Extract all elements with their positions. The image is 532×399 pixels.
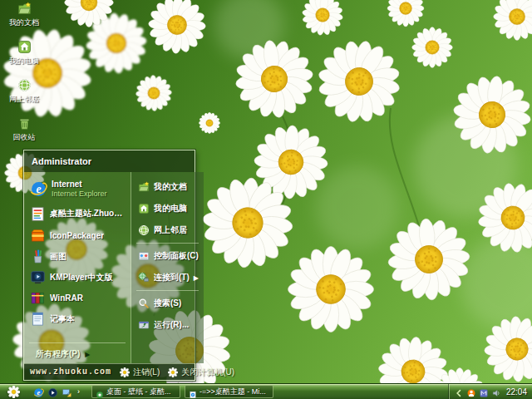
menu-item-my-computer[interactable]: 我的电脑 xyxy=(131,198,204,219)
menu-item-label: IconPackager xyxy=(50,231,104,241)
qq-icon[interactable] xyxy=(466,387,476,397)
menu-item-label: 桌酷主题站.ZhuoKu.Com xyxy=(50,209,127,219)
quick-launch-bar: e › xyxy=(27,387,85,397)
my-documents-icon xyxy=(17,2,32,16)
taskbar: e › 桌面 - 壁纸 - 桌酷... e -=>>桌酷主题 - Mi... 2… xyxy=(0,383,532,399)
kmplayer-icon xyxy=(30,269,46,285)
desktop-icon-column: 我的文档 我的电脑 网上邻居 回收站 xyxy=(0,2,48,155)
start-menu-left-column: e Internet Internet Explorer 桌酷主题站.ZhuoK… xyxy=(24,172,131,363)
control-panel-icon xyxy=(138,250,150,262)
menu-item-network-places[interactable]: 网上邻居 xyxy=(131,219,204,241)
menu-item-label: 记事本 xyxy=(50,314,75,324)
menu-item-label: 连接到(T) xyxy=(154,272,190,283)
svg-text:e: e xyxy=(192,392,194,397)
flower-icon xyxy=(168,367,178,377)
menu-item-label: 画图 xyxy=(50,252,66,262)
task-button-zhuoku-theme[interactable]: e -=>>桌酷主题 - Mi... xyxy=(185,385,273,398)
menu-item-connect-to[interactable]: 连接到(T) ▶ xyxy=(131,267,204,288)
menu-item-internet[interactable]: e Internet Internet Explorer xyxy=(24,175,131,202)
menu-item-run[interactable]: 运行(R)... xyxy=(131,314,204,336)
menu-item-search[interactable]: 搜索(S) xyxy=(131,293,204,314)
my-documents-icon xyxy=(138,181,150,193)
connect-to-icon xyxy=(138,272,150,283)
divider xyxy=(29,342,126,343)
ie-page-icon: e xyxy=(189,387,197,396)
turn-off-computer-button[interactable]: 关闭计算机(U) xyxy=(168,367,234,378)
task-button-label: 桌面 - 壁纸 - 桌酷... xyxy=(106,387,171,397)
recycle-bin-icon xyxy=(17,116,32,131)
all-programs-button[interactable]: 所有程序(P) ▶ xyxy=(24,345,131,363)
my-computer-icon xyxy=(138,203,150,214)
start-button[interactable] xyxy=(0,384,27,399)
zhuoku-shortcut-icon xyxy=(30,206,46,222)
hide-tray-icons-chevron[interactable] xyxy=(454,387,464,397)
start-menu-footer: www.zhuoku.com 注销(L) 关闭计算机(U) xyxy=(24,363,195,380)
winrar-icon xyxy=(30,290,46,306)
desktop: 我的文档 我的电脑 网上邻居 回收站 Administrator e Inter… xyxy=(0,0,532,399)
divider xyxy=(136,243,199,244)
paint-icon xyxy=(30,249,46,264)
run-icon xyxy=(138,319,150,331)
menu-item-sublabel: Internet Explorer xyxy=(52,190,107,198)
desktop-icon-my-computer[interactable]: 我的电脑 xyxy=(0,40,48,78)
start-menu-right-column: 我的文档 我的电脑 网上邻居 控制面板(C) 连接到(T) xyxy=(131,172,204,363)
turn-off-label: 关闭计算机(U) xyxy=(181,367,234,378)
desktop-icon-my-documents[interactable]: 我的文档 xyxy=(0,2,48,40)
start-menu-body: e Internet Internet Explorer 桌酷主题站.ZhuoK… xyxy=(24,172,195,363)
volume-icon[interactable] xyxy=(491,387,501,397)
start-menu: Administrator e Internet Internet Explor… xyxy=(23,150,195,381)
menu-item-label: WinRAR xyxy=(50,293,83,303)
show-desktop-icon[interactable] xyxy=(62,387,72,397)
desktop-icon-label: 我的电脑 xyxy=(9,56,39,66)
zhuoku-site-icon xyxy=(96,387,104,396)
all-programs-label: 所有程序(P) xyxy=(36,348,80,360)
zhuoku-watermark: www.zhuoku.com xyxy=(30,367,111,377)
msn-icon[interactable] xyxy=(479,387,489,397)
internet-explorer-icon[interactable]: e xyxy=(33,387,44,397)
submenu-arrow-icon: ▶ xyxy=(85,351,90,358)
flower-icon xyxy=(120,367,130,377)
internet-explorer-icon: e xyxy=(30,180,47,198)
network-places-icon xyxy=(138,224,150,236)
menu-item-kmplayer[interactable]: KMPlayer中文版 xyxy=(24,267,131,288)
menu-item-label: 搜索(S) xyxy=(154,298,200,309)
menu-item-my-documents[interactable]: 我的文档 xyxy=(131,176,204,198)
menu-item-control-panel[interactable]: 控制面板(C) xyxy=(131,245,204,267)
menu-item-label: 网上邻居 xyxy=(154,224,200,236)
clock[interactable]: 22:04 xyxy=(506,387,527,397)
user-name: Administrator xyxy=(32,156,91,166)
log-off-button[interactable]: 注销(L) xyxy=(120,367,160,378)
menu-item-label: 控制面板(C) xyxy=(154,250,200,262)
notepad-icon xyxy=(30,311,46,327)
menu-item-label: KMPlayer中文版 xyxy=(50,273,113,283)
menu-item-label: 运行(R)... xyxy=(154,319,200,331)
quick-launch-expand-icon[interactable]: › xyxy=(76,387,81,396)
my-computer-icon xyxy=(17,40,32,54)
desktop-icon-label: 我的文档 xyxy=(9,17,39,28)
menu-item-iconpackager[interactable]: IconPackager xyxy=(24,225,131,246)
task-button-zhuoku-wallpaper[interactable]: 桌面 - 壁纸 - 桌酷... xyxy=(91,385,180,398)
desktop-icon-label: 网上邻居 xyxy=(9,94,39,105)
media-player-icon[interactable] xyxy=(47,387,58,397)
divider xyxy=(136,290,199,291)
start-menu-user-banner: Administrator xyxy=(24,150,195,172)
start-flower-icon xyxy=(7,386,20,398)
menu-item-notepad[interactable]: 记事本 xyxy=(24,308,131,329)
menu-item-winrar[interactable]: WinRAR xyxy=(24,288,131,308)
menu-item-paint[interactable]: 画图 xyxy=(24,246,131,267)
menu-item-label: 我的文档 xyxy=(154,181,200,193)
menu-item-label: Internet xyxy=(52,180,107,190)
menu-item-zhuoku[interactable]: 桌酷主题站.ZhuoKu.Com xyxy=(24,202,131,225)
desktop-icon-network-places[interactable]: 网上邻居 xyxy=(0,78,48,116)
network-places-icon xyxy=(17,78,32,92)
task-button-area: 桌面 - 壁纸 - 桌酷... e -=>>桌酷主题 - Mi... xyxy=(91,385,273,398)
task-button-label: -=>>桌酷主题 - Mi... xyxy=(200,387,266,397)
iconpackager-icon xyxy=(30,228,46,244)
system-tray: 22:04 xyxy=(449,384,532,399)
log-off-label: 注销(L) xyxy=(133,367,160,378)
search-icon xyxy=(138,298,150,309)
submenu-arrow-icon: ▶ xyxy=(194,274,200,282)
menu-item-label: 我的电脑 xyxy=(154,203,200,214)
desktop-icon-label: 回收站 xyxy=(13,132,36,143)
